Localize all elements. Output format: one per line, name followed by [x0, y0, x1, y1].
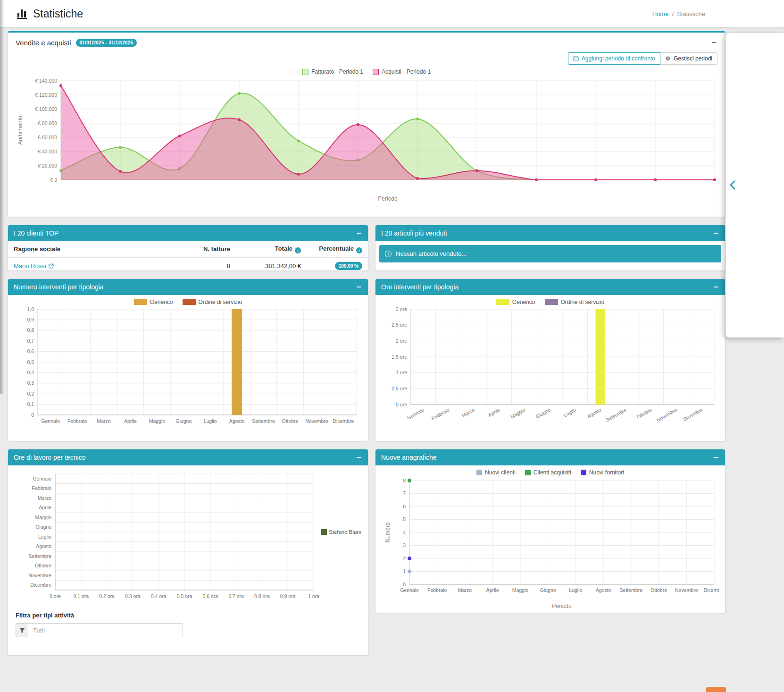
chevron-left-icon[interactable] [729, 180, 736, 190]
sales-chart-legend: Fatturato - Periodo 1Acquisti - Periodo … [8, 68, 725, 75]
svg-text:0.5 ora: 0.5 ora [177, 593, 192, 599]
svg-text:0,5: 0,5 [27, 359, 34, 365]
interventions-count-title: Numero interventi per tipologia [14, 283, 104, 291]
legend-item[interactable]: Acquisti - Periodo 1 [373, 68, 431, 75]
svg-text:Giugno: Giugno [35, 524, 51, 530]
svg-text:3 ore: 3 ore [396, 306, 407, 312]
svg-text:Novembre: Novembre [656, 406, 678, 423]
manage-periods-button[interactable]: Gestisci periodi [660, 52, 717, 65]
collapse-sales-panel-button[interactable]: − [710, 38, 717, 47]
legend-swatch [545, 299, 558, 305]
svg-text:0,1: 0,1 [27, 401, 34, 407]
info-icon: i [385, 251, 392, 257]
svg-text:Aprile: Aprile [124, 418, 137, 424]
collapse-top-articles-button[interactable]: − [712, 229, 719, 237]
breadcrumb: Home / Statistiche [652, 10, 705, 17]
interventions-hours-title: Ore interventi per tipologia [381, 283, 459, 291]
svg-text:€ 60.000: € 60.000 [38, 135, 57, 140]
svg-text:€ 0: € 0 [50, 177, 57, 183]
collapse-interventions-hours-button[interactable]: − [712, 283, 719, 291]
svg-text:4: 4 [403, 530, 406, 535]
svg-text:Marzo: Marzo [458, 587, 472, 593]
svg-text:Febbraio: Febbraio [67, 418, 87, 424]
filter-button[interactable] [16, 623, 28, 637]
svg-text:Gennaio: Gennaio [33, 476, 51, 481]
percent-badge: 100,00 % [335, 262, 362, 270]
work-hours-chart: 0 ore0.1 ora0.2 ora0.3 ora0.4 ora0.5 ora… [16, 470, 361, 605]
top-articles-title: I 20 articoli più venduti [381, 229, 447, 237]
no-articles-alert: i Nessun articolo venduto... [379, 245, 721, 262]
new-records-legend: Nuovi clientiClienti acquisitiNuovi forn… [375, 469, 725, 476]
svg-text:Dicembre: Dicembre [333, 418, 354, 424]
svg-text:Maggio: Maggio [509, 406, 526, 420]
info-icon[interactable]: i [356, 247, 362, 253]
svg-text:0.6 ora: 0.6 ora [202, 593, 218, 599]
new-records-panel: Nuove anagrafiche − Nuovi clientiClienti… [375, 449, 726, 613]
legend-item[interactable]: Clienti acquisiti [525, 469, 571, 476]
svg-text:0,8: 0,8 [27, 327, 34, 333]
legend-swatch [581, 470, 586, 475]
interventions-hours-legend: GenericoOrdine di servizio [375, 299, 725, 305]
svg-text:Stefano Bianchi: Stefano Bianchi [329, 529, 361, 535]
legend-item[interactable]: Generico [134, 299, 173, 305]
collapse-work-hours-button[interactable]: − [355, 453, 362, 462]
breadcrumb-home-link[interactable]: Home [652, 10, 669, 17]
legend-swatch [373, 69, 379, 75]
work-hours-panel: Ore di lavoro per tecnico − 0 ore0.1 ora… [8, 449, 368, 656]
legend-item[interactable]: Ordine di servizio [183, 299, 242, 305]
client-link[interactable]: Mario Rossi [14, 262, 54, 270]
svg-text:Dicembre: Dicembre [30, 582, 51, 588]
info-icon[interactable]: i [295, 247, 301, 253]
collapse-new-records-button[interactable]: − [712, 453, 719, 462]
new-records-chart: 876543210GennaioFebbraioMarzoAprileMaggi… [383, 477, 719, 611]
svg-text:Marzo: Marzo [461, 406, 475, 418]
svg-text:Febbraio: Febbraio [32, 485, 52, 491]
svg-text:Dicembre: Dicembre [704, 587, 719, 593]
bottom-action-button[interactable] [706, 687, 726, 692]
svg-text:Febbraio: Febbraio [431, 406, 450, 421]
svg-text:2: 2 [403, 556, 406, 561]
interventions-count-chart: 1,00,90,80,70,60,50,40,30,20,10GennaioFe… [16, 306, 361, 431]
column-header-name: Ragione sociale [8, 241, 179, 257]
svg-text:Luglio: Luglio [204, 418, 217, 424]
collapse-interventions-count-button[interactable]: − [355, 283, 362, 291]
svg-text:0.3 ora: 0.3 ora [125, 593, 141, 599]
legend-item[interactable]: Ordine di servizio [545, 299, 605, 305]
svg-text:8: 8 [403, 478, 406, 483]
svg-text:6: 6 [403, 504, 406, 509]
svg-text:0,4: 0,4 [27, 370, 34, 375]
svg-text:0.4 ora: 0.4 ora [151, 593, 167, 599]
svg-text:Aprile: Aprile [487, 406, 501, 418]
add-period-button[interactable]: Aggiungi periodo di confronto [568, 52, 660, 65]
top-clients-title: I 20 clienti TOP [14, 229, 58, 237]
legend-swatch [183, 299, 196, 305]
svg-text:1,0: 1,0 [27, 306, 34, 312]
column-header-invoices: N. fatture [179, 241, 236, 257]
svg-text:Settembre: Settembre [605, 406, 627, 423]
collapse-top-clients-button[interactable]: − [355, 229, 362, 237]
legend-swatch [302, 69, 309, 75]
bar-chart-icon [16, 8, 28, 20]
legend-item[interactable]: Nuovi clienti [476, 469, 516, 476]
svg-text:2.5 ore: 2.5 ore [392, 322, 407, 328]
svg-text:Giugno: Giugno [535, 406, 551, 419]
column-header-total: Totalei [236, 241, 307, 257]
svg-text:0 ore: 0 ore [396, 402, 407, 407]
svg-text:Andamento: Andamento [17, 116, 24, 145]
svg-text:Novembre: Novembre [29, 573, 52, 578]
page-title: Statistiche [33, 8, 83, 20]
svg-text:€ 100.000: € 100.000 [35, 106, 57, 112]
svg-text:Periodo: Periodo [552, 603, 572, 609]
legend-item[interactable]: Nuovi fornitori [581, 469, 624, 476]
svg-text:Ottobre: Ottobre [635, 406, 652, 420]
sales-panel-title: Vendite e acquisti [16, 39, 71, 47]
activity-type-filter-input[interactable] [28, 623, 183, 637]
svg-text:Novembre: Novembre [675, 587, 698, 593]
svg-text:Agosto: Agosto [586, 406, 602, 419]
legend-item[interactable]: Generico [496, 299, 535, 305]
svg-text:Gennaio: Gennaio [400, 587, 419, 593]
top-clients-panel: I 20 clienti TOP − Ragione sociale N. fa… [8, 225, 368, 271]
svg-text:Maggio: Maggio [149, 418, 166, 424]
svg-text:0.9 ora: 0.9 ora [280, 593, 296, 599]
legend-item[interactable]: Fatturato - Periodo 1 [302, 68, 363, 75]
